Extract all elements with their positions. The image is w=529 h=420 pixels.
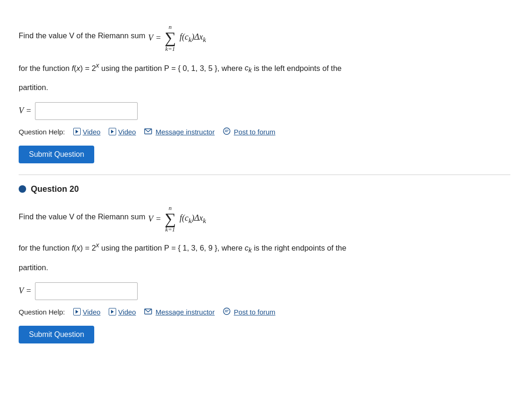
- svg-point-1: [223, 128, 230, 134]
- v-input-row-20: V =: [19, 282, 510, 300]
- video1-icon-20: [73, 308, 81, 315]
- sigma-symbol-20: ∑: [165, 212, 176, 226]
- v-label-20: V =: [19, 286, 31, 296]
- video2-link-19[interactable]: Video: [109, 128, 136, 136]
- equals-19: =: [156, 33, 160, 43]
- v-label-19: V =: [19, 106, 31, 116]
- video2-link-20[interactable]: Video: [109, 308, 136, 316]
- mail-icon-20: [144, 308, 152, 316]
- riemann-sum-equation-19: Find the value V of the Riemann sum V = …: [19, 23, 510, 53]
- sigma-bottom-20: k=1: [165, 226, 175, 233]
- question-20-dot: [19, 185, 26, 193]
- video2-icon-20: [109, 308, 116, 315]
- message-instructor-link-20[interactable]: Message instructor: [144, 308, 215, 316]
- video1-label-20: Video: [83, 308, 100, 316]
- post-to-forum-link-20[interactable]: Post to forum: [223, 308, 275, 316]
- submit-button-20[interactable]: Submit Question: [19, 326, 94, 343]
- answer-input-19[interactable]: [35, 102, 138, 120]
- video1-link-19[interactable]: Video: [73, 128, 100, 136]
- svg-point-5: [223, 308, 230, 315]
- message-instructor-link-19[interactable]: Message instructor: [144, 128, 215, 136]
- mail-icon-19: [144, 128, 152, 136]
- intro-text-20: Find the value V of the Riemann sum: [19, 210, 145, 223]
- function-description-cont-19: partition.: [19, 81, 510, 94]
- video1-icon-19: [73, 128, 81, 135]
- video2-icon-19: [109, 128, 116, 135]
- answer-input-20[interactable]: [35, 282, 138, 300]
- equals-20: =: [156, 214, 160, 224]
- sigma-bottom-19: k=1: [165, 45, 175, 53]
- message-label-20: Message instructor: [155, 308, 215, 316]
- summand-19: f(ck)Δxk: [180, 32, 206, 44]
- help-label-19: Question Help:: [19, 128, 65, 136]
- video2-label-19: Video: [118, 128, 136, 136]
- video1-label-19: Video: [83, 128, 100, 136]
- forum-label-19: Post to forum: [234, 128, 275, 136]
- video1-link-20[interactable]: Video: [73, 308, 100, 316]
- question-help-row-19: Question Help: Video Video Message instr…: [19, 127, 510, 136]
- function-description-cont-20: partition.: [19, 261, 510, 274]
- riemann-sum-equation-20: Find the value V of the Riemann sum V = …: [19, 204, 510, 234]
- question-20-block: Question 20 Find the value V of the Riem…: [19, 175, 510, 355]
- post-to-forum-link-19[interactable]: Post to forum: [223, 127, 275, 136]
- summand-20: f(ck)Δxk: [180, 213, 206, 225]
- help-label-20: Question Help:: [19, 308, 65, 316]
- intro-text-19: Find the value V of the Riemann sum: [19, 29, 145, 42]
- question-20-title: Question 20: [31, 184, 79, 194]
- sigma-symbol-19: ∑: [165, 31, 176, 45]
- v-input-row-19: V =: [19, 102, 510, 120]
- v-variable-20: V: [148, 214, 153, 224]
- forum-icon-20: [223, 308, 230, 316]
- question-help-row-20: Question Help: Video Video Message instr…: [19, 308, 510, 316]
- v-variable-19: V: [148, 33, 153, 43]
- forum-icon-19: [223, 127, 230, 136]
- message-label-19: Message instructor: [155, 128, 215, 136]
- forum-label-20: Post to forum: [234, 308, 275, 316]
- function-description-19: for the function f(x) = 2x using the par…: [19, 60, 510, 76]
- function-description-20: for the function f(x) = 2x using the par…: [19, 240, 510, 256]
- submit-button-19[interactable]: Submit Question: [19, 146, 94, 163]
- question-20-header: Question 20: [19, 184, 510, 194]
- question-19-block: Find the value V of the Riemann sum V = …: [19, 14, 510, 175]
- video2-label-20: Video: [118, 308, 136, 316]
